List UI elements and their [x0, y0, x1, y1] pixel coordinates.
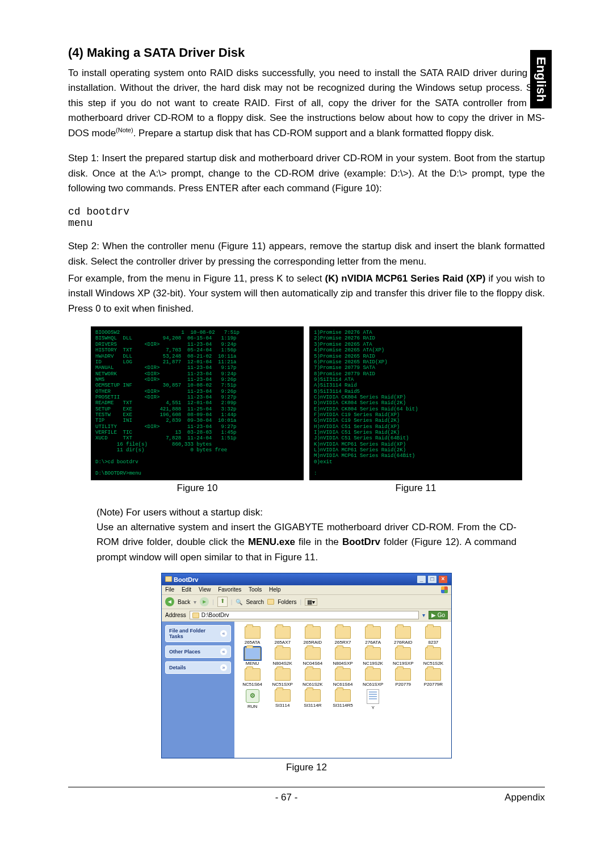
file-item[interactable]: 265ATA	[238, 626, 267, 645]
file-label: Y	[359, 705, 388, 710]
search-label[interactable]: Search	[246, 599, 264, 605]
file-label: NC19S2K	[359, 661, 388, 666]
address-value: D:\BootDrv	[201, 612, 229, 618]
file-item[interactable]: NC51S2K	[419, 647, 448, 666]
p4b: (K) nVIDIA MCP61 Series Raid (XP)	[325, 273, 486, 284]
folder-icon	[165, 576, 172, 582]
file-item[interactable]: SI3114R5	[328, 689, 357, 710]
file-item[interactable]: ⚙RUN	[238, 689, 267, 710]
panel-tasks[interactable]: File and Folder Tasks«	[165, 625, 231, 642]
file-label: NC61S2K	[298, 682, 327, 687]
file-item[interactable]: SI3114R	[298, 689, 327, 710]
explorer-toolbar: ◄ Back ▾ ► | ⬆ | 🔍 Search Folders | ▦▾	[162, 595, 451, 609]
folder-icon	[275, 668, 291, 681]
figure-10-caption: Figure 10	[91, 483, 304, 494]
file-item[interactable]: SI3114	[268, 689, 297, 710]
folder-icon	[425, 668, 441, 681]
menu-favorites[interactable]: Favorites	[218, 586, 241, 593]
explorer-addressbar: Address D:\BootDrv ▾ ▶ Go	[162, 609, 451, 622]
file-label: MENU	[238, 661, 267, 666]
file-item[interactable]: NC04S64	[298, 647, 327, 666]
menu-edit[interactable]: Edit	[182, 586, 191, 593]
file-item[interactable]: 265RX7	[328, 626, 357, 645]
page-footer: - 67 - Appendix	[68, 787, 545, 803]
maximize-button[interactable]: □	[427, 575, 437, 584]
views-button[interactable]: ▦▾	[305, 598, 317, 606]
file-label: P20779	[389, 682, 418, 687]
folder-icon	[275, 647, 291, 660]
file-label: NC04S64	[298, 661, 327, 666]
file-item[interactable]: MENU	[238, 647, 267, 666]
file-item[interactable]: N804S2K	[268, 647, 297, 666]
folder-icon	[192, 613, 199, 618]
p4a: For example, from the menu in Figure 11,…	[68, 273, 325, 284]
file-item[interactable]: 265RAID	[298, 626, 327, 645]
menu-view[interactable]: View	[199, 586, 211, 593]
file-item[interactable]: Y	[359, 689, 388, 710]
file-label: 265AX7	[268, 640, 297, 645]
file-label: P20779R	[419, 682, 448, 687]
file-label: NC51S2K	[419, 661, 448, 666]
file-label: 276ATA	[359, 640, 388, 645]
folders-icon[interactable]	[267, 599, 274, 605]
explorer-titlebar[interactable]: BootDrv _ □ ×	[162, 573, 451, 585]
file-item[interactable]: P20779	[389, 668, 418, 687]
folder-icon	[395, 647, 411, 660]
minimize-button[interactable]: _	[417, 575, 426, 584]
intro-paragraph: To install operating system onto RAID di…	[68, 66, 545, 141]
note-d: BootDrv	[342, 536, 380, 547]
up-button[interactable]: ⬆	[217, 597, 228, 607]
file-item[interactable]: N804SXP	[328, 647, 357, 666]
file-item[interactable]: NC19S2K	[359, 647, 388, 666]
back-label[interactable]: Back	[178, 599, 190, 605]
go-button[interactable]: ▶ Go	[429, 611, 448, 619]
p1-tail: . Prepare a startup disk that has CD-ROM…	[133, 128, 494, 139]
file-label: 8237	[419, 640, 448, 645]
panel-places[interactable]: Other Places«	[165, 645, 231, 658]
address-field[interactable]: D:\BootDrv	[190, 611, 419, 619]
folder-icon	[335, 668, 351, 681]
file-label: SI3114R5	[328, 703, 357, 708]
file-item[interactable]: 276RAID	[389, 626, 418, 645]
file-item[interactable]: NC61SXP	[359, 668, 388, 687]
explorer-files[interactable]: 265ATA265AX7265RAID265RX7276ATA276RAID82…	[234, 622, 451, 758]
menu-tools[interactable]: Tools	[249, 586, 262, 593]
explorer-body: File and Folder Tasks« Other Places« Det…	[162, 622, 451, 758]
panel-details[interactable]: Details»	[165, 661, 231, 674]
folder-icon	[335, 626, 351, 639]
language-tab: English	[530, 50, 552, 108]
forward-button[interactable]: ►	[200, 597, 209, 606]
back-button[interactable]: ◄	[165, 597, 174, 606]
file-label: NC51SXP	[268, 682, 297, 687]
file-item[interactable]: 276ATA	[359, 626, 388, 645]
file-item[interactable]: 8237	[419, 626, 448, 645]
file-item[interactable]: NC61S2K	[298, 668, 327, 687]
folder-icon	[305, 689, 321, 702]
search-icon[interactable]: 🔍	[236, 599, 242, 605]
figure-captions: Figure 10 Figure 11	[68, 483, 545, 494]
figure-12-caption: Figure 12	[68, 762, 545, 773]
menu-file[interactable]: File	[165, 586, 174, 593]
address-label: Address	[165, 612, 186, 618]
explorer-title: BootDrv	[174, 576, 198, 583]
folder-icon	[305, 668, 321, 681]
file-label: 276RAID	[389, 640, 418, 645]
step1-paragraph: Step 1: Insert the prepared startup disk…	[68, 151, 545, 196]
file-item[interactable]: P20779R	[419, 668, 448, 687]
folder-icon	[305, 647, 321, 660]
note-head: (Note) For users without a startup disk:	[96, 505, 517, 520]
footer-section: Appendix	[505, 792, 545, 803]
folder-icon	[395, 626, 411, 639]
file-item[interactable]: NC61S64	[328, 668, 357, 687]
folders-label[interactable]: Folders	[278, 599, 296, 605]
file-item[interactable]: 265AX7	[268, 626, 297, 645]
close-button[interactable]: ×	[438, 575, 448, 584]
file-item[interactable]: NC51S64	[238, 668, 267, 687]
file-item[interactable]: NC19SXP	[389, 647, 418, 666]
file-item[interactable]: NC51SXP	[268, 668, 297, 687]
folder-icon	[335, 689, 351, 702]
menu-help[interactable]: Help	[269, 586, 281, 593]
folder-icon	[305, 626, 321, 639]
folder-icon	[245, 668, 261, 681]
file-label: N804SXP	[328, 661, 357, 666]
